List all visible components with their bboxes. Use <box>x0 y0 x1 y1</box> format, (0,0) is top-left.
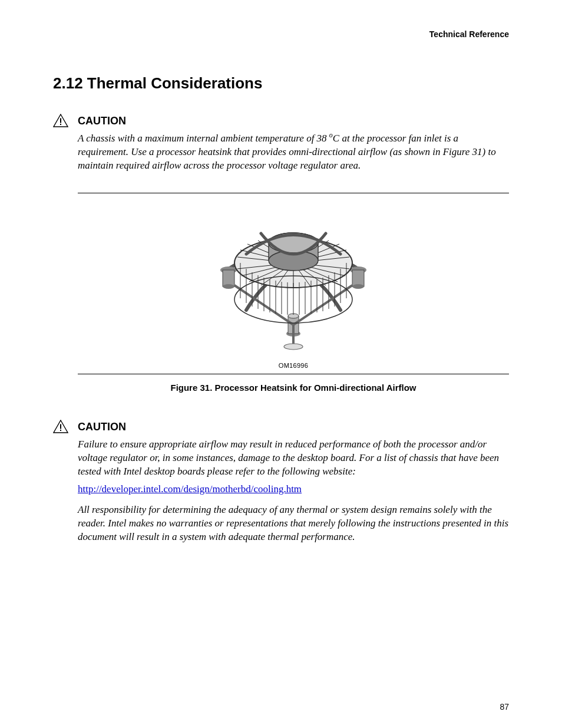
svg-rect-68 <box>60 424 61 429</box>
caution-text-2b: All responsibility for determining the a… <box>78 503 509 544</box>
caution-text-1: A chassis with a maximum internal ambien… <box>78 132 509 173</box>
caution-block-2: CAUTION Failure to ensure appropriate ai… <box>78 420 509 544</box>
cooling-link[interactable]: http://developer.intel.com/design/mother… <box>78 483 302 495</box>
svg-rect-4 <box>223 270 234 286</box>
page-number: 87 <box>500 702 509 711</box>
warning-icon <box>53 420 68 433</box>
figure-block: OM16996 <box>78 193 509 374</box>
caution-label: CAUTION <box>78 420 126 433</box>
caution-label: CAUTION <box>78 114 126 127</box>
svg-rect-7 <box>352 270 364 286</box>
svg-point-15 <box>284 344 303 350</box>
caution-block-1: CAUTION A chassis with a maximum interna… <box>78 114 509 173</box>
section-heading: 2.12 Thermal Considerations <box>53 74 509 93</box>
svg-point-5 <box>223 284 234 289</box>
figure-caption: Figure 31. Processor Heatsink for Omni-d… <box>78 383 509 393</box>
warning-icon <box>53 114 68 127</box>
svg-rect-69 <box>60 430 61 431</box>
heatsink-illustration <box>205 198 382 363</box>
caution-text-2a: Failure to ensure appropriate airflow ma… <box>78 438 509 479</box>
running-header: Technical Reference <box>53 29 509 39</box>
svg-rect-2 <box>60 124 61 125</box>
figure-id: OM16996 <box>78 362 509 370</box>
svg-point-8 <box>352 284 364 289</box>
svg-rect-1 <box>60 118 61 123</box>
